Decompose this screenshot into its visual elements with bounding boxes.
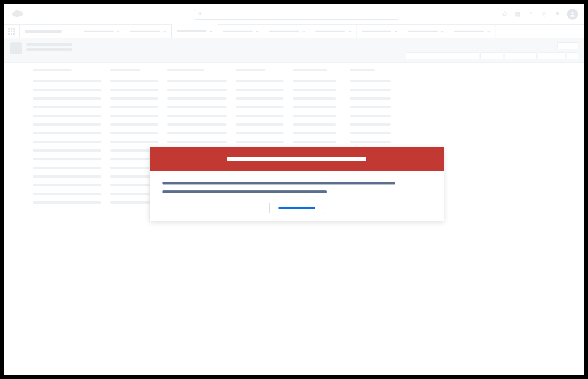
action-label bbox=[406, 53, 407, 53]
list-cell[interactable] bbox=[350, 132, 391, 134]
column-header[interactable] bbox=[293, 69, 327, 71]
list-cell[interactable] bbox=[293, 97, 336, 100]
list-cell[interactable] bbox=[110, 115, 158, 117]
svg-point-0 bbox=[198, 12, 201, 14]
list-cell[interactable] bbox=[350, 106, 391, 108]
app-window bbox=[3, 3, 585, 376]
global-search[interactable] bbox=[194, 9, 399, 20]
column-header[interactable] bbox=[167, 69, 204, 71]
favorite-icon[interactable] bbox=[501, 11, 508, 18]
notifications-bell-icon[interactable] bbox=[554, 11, 561, 18]
svg-point-3 bbox=[530, 15, 531, 16]
modal-body-line bbox=[163, 190, 327, 193]
app-launcher-icon[interactable] bbox=[4, 25, 20, 38]
list-cell[interactable] bbox=[167, 123, 226, 126]
list-cell[interactable] bbox=[236, 80, 284, 82]
modal-primary-button[interactable] bbox=[269, 202, 324, 214]
list-cell[interactable] bbox=[110, 89, 158, 91]
header-action-button[interactable] bbox=[538, 52, 565, 59]
add-icon[interactable] bbox=[514, 11, 521, 18]
action-label bbox=[558, 43, 558, 43]
list-cell[interactable] bbox=[236, 132, 284, 134]
nav-tab[interactable] bbox=[79, 25, 125, 38]
list-cell[interactable] bbox=[293, 123, 336, 126]
list-cell[interactable] bbox=[293, 132, 336, 134]
list-cell[interactable] bbox=[33, 89, 101, 91]
nav-tab[interactable] bbox=[125, 25, 171, 38]
list-cell[interactable] bbox=[167, 132, 226, 134]
list-cell[interactable] bbox=[110, 132, 158, 134]
list-cell[interactable] bbox=[33, 184, 101, 186]
nav-tab[interactable] bbox=[449, 25, 496, 38]
list-cell[interactable] bbox=[33, 167, 101, 169]
column-header[interactable] bbox=[33, 69, 72, 71]
list-cell[interactable] bbox=[110, 106, 158, 108]
chevron-down-icon bbox=[302, 30, 305, 33]
header-utility-icons bbox=[501, 9, 578, 20]
header-action-button[interactable] bbox=[505, 52, 537, 59]
list-cell[interactable] bbox=[33, 80, 101, 82]
list-cell[interactable] bbox=[293, 106, 336, 108]
list-cell[interactable] bbox=[33, 175, 101, 178]
column-header[interactable] bbox=[110, 69, 140, 71]
list-cell[interactable] bbox=[167, 115, 226, 117]
list-cell[interactable] bbox=[110, 97, 158, 100]
header-action-button[interactable] bbox=[481, 52, 503, 59]
nav-tab[interactable] bbox=[310, 25, 357, 38]
help-icon[interactable] bbox=[527, 11, 535, 18]
list-cell[interactable] bbox=[33, 193, 101, 195]
page-header bbox=[4, 38, 584, 63]
chevron-down-icon bbox=[487, 30, 490, 33]
list-cell[interactable] bbox=[236, 123, 284, 126]
column-header[interactable] bbox=[236, 69, 265, 71]
list-cell[interactable] bbox=[350, 123, 391, 126]
settings-gear-icon[interactable] bbox=[541, 11, 548, 18]
list-cell[interactable] bbox=[33, 97, 101, 100]
list-cell[interactable] bbox=[167, 89, 226, 91]
list-cell[interactable] bbox=[293, 115, 336, 117]
nav-tab-active[interactable] bbox=[171, 24, 218, 38]
list-cell[interactable] bbox=[33, 201, 101, 204]
list-cell[interactable] bbox=[236, 141, 284, 143]
list-cell[interactable] bbox=[33, 141, 101, 143]
list-cell[interactable] bbox=[236, 97, 284, 100]
header-action-button[interactable] bbox=[558, 42, 578, 49]
record-type-icon bbox=[10, 42, 22, 54]
column-header[interactable] bbox=[350, 69, 375, 71]
list-cell[interactable] bbox=[236, 115, 284, 117]
list-cell[interactable] bbox=[110, 80, 158, 82]
list-cell[interactable] bbox=[33, 123, 101, 126]
header-action-button[interactable] bbox=[567, 52, 578, 59]
list-cell[interactable] bbox=[350, 97, 391, 100]
list-cell[interactable] bbox=[33, 158, 101, 160]
header-action-button[interactable] bbox=[406, 52, 479, 59]
list-cell[interactable] bbox=[350, 89, 391, 91]
action-label bbox=[538, 53, 538, 53]
profile-avatar-icon[interactable] bbox=[567, 9, 578, 20]
list-cell[interactable] bbox=[110, 141, 158, 143]
nav-tab[interactable] bbox=[357, 25, 403, 38]
list-cell[interactable] bbox=[167, 106, 226, 108]
list-cell[interactable] bbox=[350, 80, 391, 82]
nav-tab[interactable] bbox=[403, 25, 449, 38]
list-cell[interactable] bbox=[236, 106, 284, 108]
search-icon bbox=[197, 11, 202, 17]
list-cell[interactable] bbox=[350, 115, 391, 117]
list-cell[interactable] bbox=[167, 141, 226, 143]
svg-point-4 bbox=[543, 13, 545, 15]
list-cell[interactable] bbox=[293, 89, 336, 91]
error-modal bbox=[150, 147, 444, 221]
list-cell[interactable] bbox=[236, 89, 284, 91]
nav-tab[interactable] bbox=[264, 25, 310, 38]
list-cell[interactable] bbox=[350, 141, 391, 143]
list-cell[interactable] bbox=[293, 80, 336, 82]
list-cell[interactable] bbox=[110, 123, 158, 126]
list-cell[interactable] bbox=[293, 141, 336, 143]
list-cell[interactable] bbox=[167, 80, 226, 82]
nav-tab[interactable] bbox=[218, 25, 264, 38]
list-cell[interactable] bbox=[167, 97, 226, 100]
list-cell[interactable] bbox=[33, 132, 101, 134]
list-cell[interactable] bbox=[33, 149, 101, 152]
list-cell[interactable] bbox=[33, 106, 101, 108]
list-cell[interactable] bbox=[33, 115, 101, 117]
